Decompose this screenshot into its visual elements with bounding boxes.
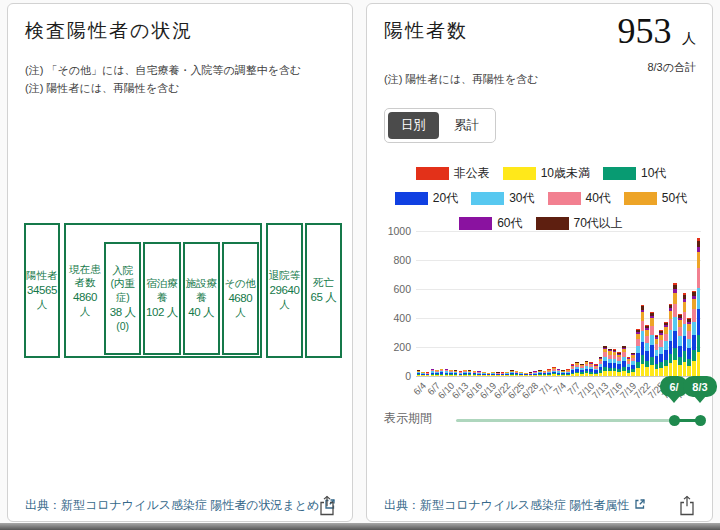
share-icon[interactable] xyxy=(316,493,338,517)
bar-segment xyxy=(655,356,659,364)
bar-segment xyxy=(477,375,481,376)
flow-label: 宿泊療養 xyxy=(145,277,178,304)
bar-segment xyxy=(547,375,551,376)
legend-label: 20代 xyxy=(433,190,458,207)
bar xyxy=(613,349,617,376)
bar-segment xyxy=(683,362,687,376)
bar-segment xyxy=(636,346,640,353)
bar xyxy=(664,322,668,376)
source-link-label: 出典：新型コロナウイルス感染症 陽性者属性 xyxy=(384,497,629,514)
bar-segment xyxy=(697,252,701,268)
legend-label: 10代 xyxy=(641,165,666,182)
bar-segment xyxy=(594,374,598,376)
bar-segment xyxy=(683,336,687,351)
legend-item: 40代 xyxy=(548,190,611,207)
legend-swatch xyxy=(503,167,536,180)
bar xyxy=(599,357,603,377)
flow-box-facility-care: 施設療養 40 人 xyxy=(183,242,220,355)
bar-segment xyxy=(664,360,668,367)
bar-segment xyxy=(622,371,626,376)
bar-segment xyxy=(669,311,673,319)
y-tick-label: 800 xyxy=(367,254,411,266)
chart-card-title: 陽性者数 xyxy=(384,18,468,44)
bar xyxy=(594,364,598,376)
period-label: 表示期間 xyxy=(384,410,432,427)
legend-swatch xyxy=(603,167,636,180)
bar xyxy=(468,370,472,376)
bar-segment xyxy=(678,346,682,358)
flow-value: 29640 xyxy=(270,283,300,298)
bar-segment xyxy=(473,375,477,376)
range-handle-end[interactable] xyxy=(695,415,706,426)
daily-total: 953 人 xyxy=(618,10,696,52)
flow-box-hotel-care: 宿泊療養 102 人 xyxy=(143,242,180,355)
legend-row: 非公表10歳未満10代 xyxy=(380,165,702,182)
note-line: (注) 陽性者には、再陽性を含む xyxy=(25,79,301,97)
bar-segment xyxy=(673,331,677,348)
bar xyxy=(585,361,589,376)
bar-segment xyxy=(585,373,589,376)
bar xyxy=(631,353,635,376)
range-handle-start[interactable] xyxy=(669,415,680,426)
share-icon[interactable] xyxy=(676,493,698,517)
bar xyxy=(501,372,505,376)
bar-segment xyxy=(664,350,668,360)
range-badge-end: 8/3 xyxy=(683,376,717,397)
bar xyxy=(589,362,593,376)
bar xyxy=(454,370,458,376)
bar xyxy=(566,369,570,376)
bar xyxy=(491,372,495,376)
external-link-icon xyxy=(634,498,646,513)
bar-segment xyxy=(603,371,607,376)
bar-segment xyxy=(664,334,668,342)
bar xyxy=(440,369,444,376)
bar-segment xyxy=(678,336,682,345)
bar xyxy=(417,370,421,376)
gridline xyxy=(416,376,701,377)
bar xyxy=(645,325,649,376)
bar xyxy=(636,329,640,376)
bar-segment xyxy=(673,317,677,331)
flow-box-other: その他 4680 人 xyxy=(222,242,259,355)
bar-segment xyxy=(426,375,430,376)
flow-box-hospitalized: 入院 (内重症) 38 人 (0) xyxy=(104,242,141,355)
legend-swatch xyxy=(471,192,504,205)
bar-segment xyxy=(669,341,673,354)
bar xyxy=(692,291,696,376)
bar-segment xyxy=(636,368,640,376)
legend-item: 10代 xyxy=(603,165,666,182)
period-slider-track[interactable] xyxy=(456,419,701,422)
bar-segment xyxy=(673,360,677,376)
tab-cumulative[interactable]: 累計 xyxy=(441,112,492,139)
bar-segment xyxy=(664,366,668,376)
bar-segment xyxy=(501,375,505,376)
legend-swatch xyxy=(416,167,449,180)
daily-total-caption: 8/3の合計 xyxy=(647,60,696,75)
bar xyxy=(473,371,477,376)
bar xyxy=(655,335,659,376)
flow-box-current-patients: 現在患者数 4860 人 入院 (内重症) 38 人 (0) 宿泊療養 102 … xyxy=(64,223,262,358)
flow-unit: 人 xyxy=(279,298,290,312)
bar-segment xyxy=(636,353,640,362)
bar xyxy=(650,312,654,376)
y-tick-label: 200 xyxy=(367,341,411,353)
tab-daily[interactable]: 日別 xyxy=(388,112,439,139)
bar-segment xyxy=(669,363,673,376)
bar-segment xyxy=(692,309,696,321)
gridline xyxy=(416,318,701,319)
bar-segment xyxy=(697,335,701,352)
flow-box-positive: 陽性者 34565 人 xyxy=(24,223,60,358)
bar-segment xyxy=(650,318,654,325)
bar-segment xyxy=(650,357,654,365)
bar xyxy=(533,371,537,376)
bar-segment xyxy=(538,375,542,376)
bar-segment xyxy=(692,335,696,351)
bar-segment xyxy=(435,375,439,376)
page-bottom-divider xyxy=(0,523,720,530)
bar xyxy=(505,372,509,376)
source-link-status[interactable]: 出典：新型コロナウイルス感染症 陽性者の状況まとめ xyxy=(25,497,336,514)
bar xyxy=(449,370,453,376)
y-tick-label: 0 xyxy=(367,370,411,382)
bar-segment xyxy=(692,299,696,309)
source-link-attributes[interactable]: 出典：新型コロナウイルス感染症 陽性者属性 xyxy=(384,497,646,514)
